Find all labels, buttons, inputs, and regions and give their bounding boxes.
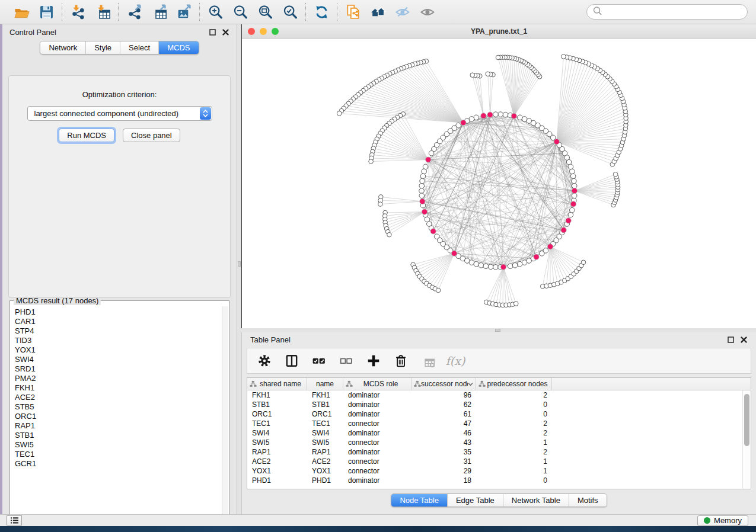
column-header-name[interactable]: name	[307, 378, 343, 390]
network-window-titlebar[interactable]: YPA_prune.txt_1	[242, 24, 756, 39]
cell-MCDS-role[interactable]: dominator	[343, 429, 412, 437]
table-options-gear-icon[interactable]	[257, 353, 272, 368]
cell-name[interactable]: SWI4	[307, 429, 343, 437]
cell-name[interactable]: TEC1	[307, 419, 343, 428]
cell-successor-nodes[interactable]: 61	[412, 410, 476, 418]
mcds-result-node[interactable]: ORC1	[15, 412, 222, 421]
cell-shared-name[interactable]: ACE2	[247, 457, 307, 466]
cell-successor-nodes[interactable]: 46	[412, 429, 476, 437]
mcds-result-node[interactable]: GCR1	[15, 459, 222, 469]
select-all-rows-icon[interactable]	[311, 353, 327, 368]
vertical-splitter-grip[interactable]	[238, 261, 241, 267]
table-row[interactable]: FKH1FKH1dominator962	[247, 390, 742, 400]
close-window-icon[interactable]	[248, 28, 255, 35]
optimization-criterion-select[interactable]: largest connected component (undirected)	[27, 106, 212, 121]
column-header-successor-nodes[interactable]: successor nodes	[412, 378, 476, 390]
column-header-shared-name[interactable]: shared name	[247, 378, 307, 390]
close-panel-button[interactable]: Close panel	[123, 129, 180, 142]
mcds-result-node[interactable]: TEC1	[15, 450, 222, 459]
run-mcds-button[interactable]: Run MCDS	[59, 129, 114, 142]
horizontal-splitter[interactable]	[241, 328, 756, 332]
cell-name[interactable]: PHD1	[307, 476, 343, 485]
cell-successor-nodes[interactable]: 62	[412, 400, 476, 409]
table-row[interactable]: PHD1PHD1dominator180	[247, 476, 742, 485]
cell-shared-name[interactable]: FKH1	[247, 391, 307, 399]
mcds-result-node[interactable]: RAP1	[15, 421, 222, 431]
zoom-out-icon[interactable]	[231, 3, 249, 21]
cell-predecessor-nodes[interactable]: 2	[476, 419, 552, 428]
tab-node-table[interactable]: Node Table	[391, 494, 447, 507]
mcds-result-node[interactable]: SWI4	[15, 355, 222, 364]
cell-predecessor-nodes[interactable]: 2	[476, 391, 552, 399]
vertical-splitter[interactable]	[237, 24, 241, 514]
horizontal-splitter-grip[interactable]	[495, 329, 500, 332]
refresh-view-icon[interactable]	[312, 3, 330, 21]
open-file-icon[interactable]	[12, 3, 30, 21]
zoom-selected-icon[interactable]	[281, 3, 299, 21]
cell-shared-name[interactable]: TEC1	[247, 419, 307, 428]
cell-predecessor-nodes[interactable]: 0	[476, 410, 552, 418]
cell-name[interactable]: RAP1	[307, 448, 343, 456]
export-image-icon[interactable]	[175, 3, 193, 21]
export-network-icon[interactable]	[125, 3, 143, 21]
cell-name[interactable]: FKH1	[307, 391, 343, 399]
sort-chevron-icon[interactable]	[468, 382, 473, 386]
cell-name[interactable]: ACE2	[307, 457, 343, 466]
float-panel-icon[interactable]	[209, 28, 216, 36]
network-graph[interactable]	[242, 39, 755, 328]
cell-MCDS-role[interactable]: dominator	[343, 391, 412, 399]
table-row[interactable]: ORC1ORC1dominator610	[247, 409, 742, 419]
export-table-icon[interactable]	[150, 3, 168, 21]
tab-network-table[interactable]: Network Table	[503, 494, 569, 507]
import-table-icon[interactable]	[94, 3, 111, 21]
table-row[interactable]: SWI4SWI4dominator462	[247, 428, 742, 438]
cell-MCDS-role[interactable]: dominator	[343, 476, 412, 485]
mcds-result-node[interactable]: STB5	[15, 402, 222, 412]
table-row[interactable]: YOX1YOX1connector291	[247, 466, 742, 476]
tab-network[interactable]: Network	[40, 41, 85, 54]
maximize-window-icon[interactable]	[272, 28, 279, 35]
deselect-all-rows-icon[interactable]	[339, 353, 354, 368]
zoom-fit-icon[interactable]	[256, 3, 274, 21]
cell-predecessor-nodes[interactable]: 0	[476, 400, 552, 409]
mcds-result-node[interactable]: TID3	[15, 336, 222, 345]
cell-predecessor-nodes[interactable]: 1	[476, 438, 552, 447]
cell-predecessor-nodes[interactable]: 2	[476, 448, 552, 456]
cell-predecessor-nodes[interactable]: 1	[476, 467, 552, 475]
cell-name[interactable]: YOX1	[307, 467, 343, 475]
search-input[interactable]	[605, 8, 742, 17]
cell-shared-name[interactable]: RAP1	[247, 448, 307, 456]
zoom-in-icon[interactable]	[206, 3, 224, 21]
cell-MCDS-role[interactable]: dominator	[343, 448, 412, 456]
tab-motifs[interactable]: Motifs	[569, 494, 607, 507]
column-header-MCDS-role[interactable]: MCDS role	[343, 378, 412, 390]
mcds-result-scrollbar[interactable]	[222, 306, 228, 520]
mcds-result-node[interactable]: ACE2	[15, 393, 222, 402]
cell-name[interactable]: ORC1	[307, 410, 343, 418]
cell-shared-name[interactable]: YOX1	[247, 467, 307, 475]
task-history-button[interactable]	[7, 515, 22, 525]
cell-MCDS-role[interactable]: connector	[343, 438, 412, 447]
first-neighbors-icon[interactable]	[369, 3, 387, 21]
table-row[interactable]: SWI5SWI5connector431	[247, 438, 742, 447]
mcds-result-node[interactable]: STP4	[15, 326, 222, 336]
mcds-result-list[interactable]: PHD1CAR1STP4TID3YOX1SWI4SRD1PMA2FKH1ACE2…	[11, 306, 222, 520]
column-header-predecessor-nodes[interactable]: predecessor nodes	[476, 378, 552, 390]
cell-successor-nodes[interactable]: 47	[412, 419, 476, 428]
cell-predecessor-nodes[interactable]: 2	[476, 429, 552, 437]
cell-shared-name[interactable]: ORC1	[247, 410, 307, 418]
minimize-window-icon[interactable]	[260, 28, 267, 35]
network-canvas[interactable]	[242, 39, 756, 328]
cell-predecessor-nodes[interactable]: 1	[476, 457, 552, 466]
cell-MCDS-role[interactable]: connector	[343, 467, 412, 475]
cell-shared-name[interactable]: SWI4	[247, 429, 307, 437]
mcds-result-node[interactable]: FKH1	[15, 383, 222, 393]
import-network-icon[interactable]	[69, 3, 87, 21]
memory-button[interactable]: Memory	[697, 515, 748, 526]
mcds-result-node[interactable]: PMA2	[15, 374, 222, 383]
duplicate-network-icon[interactable]	[344, 3, 362, 21]
mcds-result-node[interactable]: YOX1	[15, 345, 222, 355]
table-scrollbar-thumb[interactable]	[744, 394, 749, 446]
mcds-result-node[interactable]: STB1	[15, 431, 222, 440]
mcds-result-node[interactable]: CAR1	[15, 317, 222, 326]
